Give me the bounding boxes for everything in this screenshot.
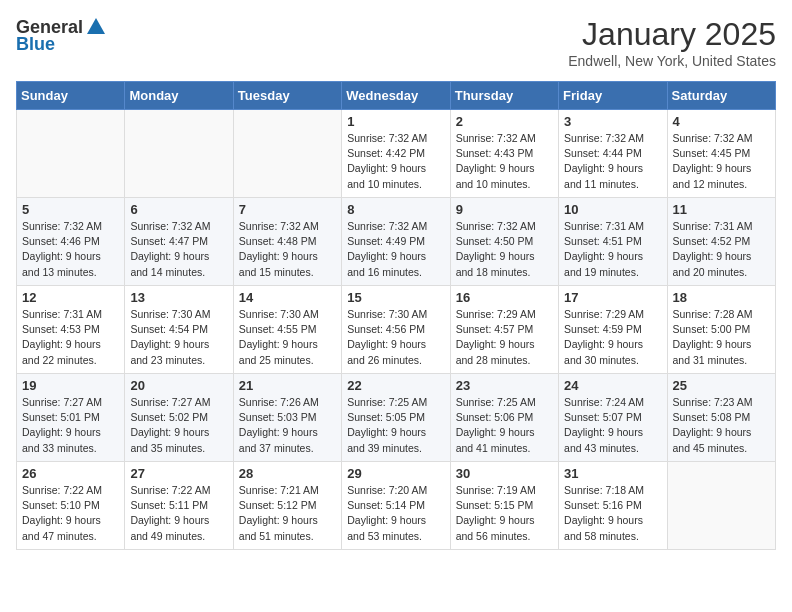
calendar-cell: 23Sunrise: 7:25 AMSunset: 5:06 PMDayligh… bbox=[450, 374, 558, 462]
calendar-cell: 18Sunrise: 7:28 AMSunset: 5:00 PMDayligh… bbox=[667, 286, 775, 374]
calendar-cell: 14Sunrise: 7:30 AMSunset: 4:55 PMDayligh… bbox=[233, 286, 341, 374]
calendar-cell: 24Sunrise: 7:24 AMSunset: 5:07 PMDayligh… bbox=[559, 374, 667, 462]
calendar-cell: 30Sunrise: 7:19 AMSunset: 5:15 PMDayligh… bbox=[450, 462, 558, 550]
calendar-cell: 16Sunrise: 7:29 AMSunset: 4:57 PMDayligh… bbox=[450, 286, 558, 374]
day-info: Sunrise: 7:32 AMSunset: 4:46 PMDaylight:… bbox=[22, 219, 119, 280]
calendar-cell: 17Sunrise: 7:29 AMSunset: 4:59 PMDayligh… bbox=[559, 286, 667, 374]
day-info: Sunrise: 7:32 AMSunset: 4:48 PMDaylight:… bbox=[239, 219, 336, 280]
day-info: Sunrise: 7:29 AMSunset: 4:57 PMDaylight:… bbox=[456, 307, 553, 368]
day-number: 17 bbox=[564, 290, 661, 305]
day-number: 9 bbox=[456, 202, 553, 217]
logo-icon bbox=[85, 16, 107, 38]
calendar-cell: 10Sunrise: 7:31 AMSunset: 4:51 PMDayligh… bbox=[559, 198, 667, 286]
calendar-week-row: 12Sunrise: 7:31 AMSunset: 4:53 PMDayligh… bbox=[17, 286, 776, 374]
day-of-week-header: Friday bbox=[559, 82, 667, 110]
day-info: Sunrise: 7:25 AMSunset: 5:06 PMDaylight:… bbox=[456, 395, 553, 456]
calendar-cell: 21Sunrise: 7:26 AMSunset: 5:03 PMDayligh… bbox=[233, 374, 341, 462]
day-number: 27 bbox=[130, 466, 227, 481]
calendar-week-row: 26Sunrise: 7:22 AMSunset: 5:10 PMDayligh… bbox=[17, 462, 776, 550]
day-info: Sunrise: 7:27 AMSunset: 5:02 PMDaylight:… bbox=[130, 395, 227, 456]
calendar-header-row: SundayMondayTuesdayWednesdayThursdayFrid… bbox=[17, 82, 776, 110]
day-number: 18 bbox=[673, 290, 770, 305]
day-info: Sunrise: 7:22 AMSunset: 5:11 PMDaylight:… bbox=[130, 483, 227, 544]
day-number: 29 bbox=[347, 466, 444, 481]
day-of-week-header: Saturday bbox=[667, 82, 775, 110]
day-number: 8 bbox=[347, 202, 444, 217]
day-info: Sunrise: 7:32 AMSunset: 4:42 PMDaylight:… bbox=[347, 131, 444, 192]
day-number: 23 bbox=[456, 378, 553, 393]
day-number: 20 bbox=[130, 378, 227, 393]
calendar-table: SundayMondayTuesdayWednesdayThursdayFrid… bbox=[16, 81, 776, 550]
calendar-week-row: 5Sunrise: 7:32 AMSunset: 4:46 PMDaylight… bbox=[17, 198, 776, 286]
day-info: Sunrise: 7:31 AMSunset: 4:53 PMDaylight:… bbox=[22, 307, 119, 368]
day-info: Sunrise: 7:31 AMSunset: 4:51 PMDaylight:… bbox=[564, 219, 661, 280]
day-info: Sunrise: 7:23 AMSunset: 5:08 PMDaylight:… bbox=[673, 395, 770, 456]
calendar-cell: 26Sunrise: 7:22 AMSunset: 5:10 PMDayligh… bbox=[17, 462, 125, 550]
calendar-cell: 20Sunrise: 7:27 AMSunset: 5:02 PMDayligh… bbox=[125, 374, 233, 462]
day-number: 12 bbox=[22, 290, 119, 305]
day-of-week-header: Tuesday bbox=[233, 82, 341, 110]
day-number: 19 bbox=[22, 378, 119, 393]
calendar-cell: 28Sunrise: 7:21 AMSunset: 5:12 PMDayligh… bbox=[233, 462, 341, 550]
calendar-cell bbox=[667, 462, 775, 550]
calendar-week-row: 1Sunrise: 7:32 AMSunset: 4:42 PMDaylight… bbox=[17, 110, 776, 198]
day-number: 6 bbox=[130, 202, 227, 217]
svg-marker-0 bbox=[87, 18, 105, 34]
day-of-week-header: Thursday bbox=[450, 82, 558, 110]
calendar-cell: 29Sunrise: 7:20 AMSunset: 5:14 PMDayligh… bbox=[342, 462, 450, 550]
month-title: January 2025 bbox=[568, 16, 776, 53]
calendar-cell: 3Sunrise: 7:32 AMSunset: 4:44 PMDaylight… bbox=[559, 110, 667, 198]
calendar-cell bbox=[233, 110, 341, 198]
day-info: Sunrise: 7:28 AMSunset: 5:00 PMDaylight:… bbox=[673, 307, 770, 368]
day-number: 16 bbox=[456, 290, 553, 305]
calendar-cell: 22Sunrise: 7:25 AMSunset: 5:05 PMDayligh… bbox=[342, 374, 450, 462]
day-info: Sunrise: 7:31 AMSunset: 4:52 PMDaylight:… bbox=[673, 219, 770, 280]
calendar-week-row: 19Sunrise: 7:27 AMSunset: 5:01 PMDayligh… bbox=[17, 374, 776, 462]
day-info: Sunrise: 7:22 AMSunset: 5:10 PMDaylight:… bbox=[22, 483, 119, 544]
day-number: 7 bbox=[239, 202, 336, 217]
day-info: Sunrise: 7:24 AMSunset: 5:07 PMDaylight:… bbox=[564, 395, 661, 456]
location: Endwell, New York, United States bbox=[568, 53, 776, 69]
day-number: 31 bbox=[564, 466, 661, 481]
calendar-cell bbox=[125, 110, 233, 198]
day-info: Sunrise: 7:32 AMSunset: 4:43 PMDaylight:… bbox=[456, 131, 553, 192]
day-number: 13 bbox=[130, 290, 227, 305]
day-number: 4 bbox=[673, 114, 770, 129]
day-number: 22 bbox=[347, 378, 444, 393]
day-number: 30 bbox=[456, 466, 553, 481]
day-number: 5 bbox=[22, 202, 119, 217]
logo-blue: Blue bbox=[16, 34, 55, 55]
day-number: 1 bbox=[347, 114, 444, 129]
page-header: General Blue January 2025 Endwell, New Y… bbox=[16, 16, 776, 69]
day-info: Sunrise: 7:30 AMSunset: 4:55 PMDaylight:… bbox=[239, 307, 336, 368]
day-info: Sunrise: 7:21 AMSunset: 5:12 PMDaylight:… bbox=[239, 483, 336, 544]
day-info: Sunrise: 7:32 AMSunset: 4:45 PMDaylight:… bbox=[673, 131, 770, 192]
calendar-cell: 31Sunrise: 7:18 AMSunset: 5:16 PMDayligh… bbox=[559, 462, 667, 550]
day-info: Sunrise: 7:30 AMSunset: 4:54 PMDaylight:… bbox=[130, 307, 227, 368]
day-number: 25 bbox=[673, 378, 770, 393]
day-info: Sunrise: 7:30 AMSunset: 4:56 PMDaylight:… bbox=[347, 307, 444, 368]
day-number: 2 bbox=[456, 114, 553, 129]
day-info: Sunrise: 7:32 AMSunset: 4:49 PMDaylight:… bbox=[347, 219, 444, 280]
day-number: 3 bbox=[564, 114, 661, 129]
day-info: Sunrise: 7:32 AMSunset: 4:50 PMDaylight:… bbox=[456, 219, 553, 280]
day-info: Sunrise: 7:18 AMSunset: 5:16 PMDaylight:… bbox=[564, 483, 661, 544]
calendar-cell: 25Sunrise: 7:23 AMSunset: 5:08 PMDayligh… bbox=[667, 374, 775, 462]
calendar-cell: 27Sunrise: 7:22 AMSunset: 5:11 PMDayligh… bbox=[125, 462, 233, 550]
calendar-cell: 13Sunrise: 7:30 AMSunset: 4:54 PMDayligh… bbox=[125, 286, 233, 374]
day-number: 24 bbox=[564, 378, 661, 393]
day-of-week-header: Sunday bbox=[17, 82, 125, 110]
day-number: 26 bbox=[22, 466, 119, 481]
calendar-cell: 11Sunrise: 7:31 AMSunset: 4:52 PMDayligh… bbox=[667, 198, 775, 286]
day-number: 11 bbox=[673, 202, 770, 217]
logo: General Blue bbox=[16, 16, 107, 55]
calendar-cell: 1Sunrise: 7:32 AMSunset: 4:42 PMDaylight… bbox=[342, 110, 450, 198]
day-info: Sunrise: 7:26 AMSunset: 5:03 PMDaylight:… bbox=[239, 395, 336, 456]
day-number: 28 bbox=[239, 466, 336, 481]
calendar-cell: 8Sunrise: 7:32 AMSunset: 4:49 PMDaylight… bbox=[342, 198, 450, 286]
calendar-cell: 7Sunrise: 7:32 AMSunset: 4:48 PMDaylight… bbox=[233, 198, 341, 286]
day-of-week-header: Wednesday bbox=[342, 82, 450, 110]
calendar-cell: 6Sunrise: 7:32 AMSunset: 4:47 PMDaylight… bbox=[125, 198, 233, 286]
day-info: Sunrise: 7:25 AMSunset: 5:05 PMDaylight:… bbox=[347, 395, 444, 456]
day-info: Sunrise: 7:27 AMSunset: 5:01 PMDaylight:… bbox=[22, 395, 119, 456]
